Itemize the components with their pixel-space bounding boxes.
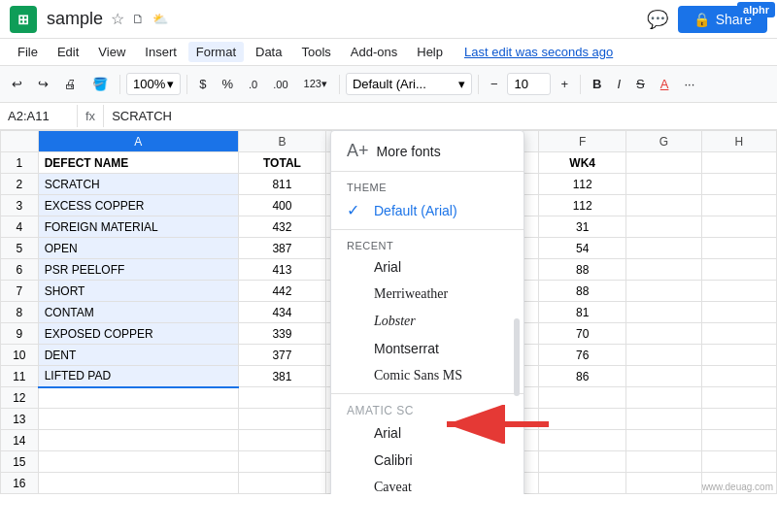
cell-f[interactable]: 76 bbox=[539, 345, 626, 366]
cell-b[interactable] bbox=[238, 451, 325, 473]
cell-a[interactable]: SCRATCH bbox=[38, 174, 238, 195]
undo-button[interactable]: ↩ bbox=[6, 73, 28, 95]
cell-f[interactable]: 112 bbox=[539, 195, 626, 216]
paint-button[interactable]: 🪣 bbox=[86, 73, 114, 95]
star-icon[interactable]: ☆ bbox=[111, 10, 124, 28]
font-item-montserrat[interactable]: Montserrat bbox=[331, 335, 524, 362]
cell-f[interactable]: 88 bbox=[539, 259, 626, 281]
cloud-icon[interactable]: ⛅ bbox=[152, 12, 168, 26]
chat-icon[interactable]: 💬 bbox=[647, 9, 668, 30]
bold-button[interactable]: B bbox=[587, 73, 607, 95]
cell-a[interactable] bbox=[38, 473, 238, 494]
cell-f[interactable] bbox=[539, 473, 626, 494]
cell-h[interactable] bbox=[701, 238, 776, 259]
col-header-a[interactable]: A bbox=[38, 131, 238, 152]
font-item-caveat[interactable]: Caveat bbox=[331, 474, 524, 494]
cell-h[interactable] bbox=[701, 302, 776, 323]
cell-g[interactable] bbox=[626, 281, 701, 302]
more-formats-button[interactable]: 123▾ bbox=[298, 74, 333, 94]
cell-f[interactable]: 86 bbox=[539, 366, 626, 387]
decimal2-button[interactable]: .00 bbox=[267, 75, 293, 94]
percent-button[interactable]: % bbox=[216, 73, 239, 95]
cell-b[interactable]: TOTAL bbox=[238, 152, 325, 174]
col-header-g[interactable]: G bbox=[626, 131, 701, 152]
cell-b[interactable]: 377 bbox=[238, 345, 325, 366]
menu-edit[interactable]: Edit bbox=[50, 42, 86, 62]
cell-g[interactable] bbox=[626, 302, 701, 323]
font-item-merriweather[interactable]: Merriweather bbox=[331, 281, 524, 308]
cell-b[interactable]: 400 bbox=[238, 195, 325, 216]
cell-g[interactable] bbox=[626, 174, 701, 195]
cell-a[interactable] bbox=[38, 430, 238, 451]
cell-g[interactable] bbox=[626, 451, 701, 473]
menu-addons[interactable]: Add-ons bbox=[343, 42, 405, 62]
cell-f[interactable] bbox=[539, 451, 626, 473]
cell-a[interactable]: LIFTED PAD bbox=[38, 366, 238, 387]
cell-a[interactable]: EXCESS COPPER bbox=[38, 195, 238, 216]
menu-format[interactable]: Format bbox=[188, 42, 244, 62]
font-item-comic[interactable]: Comic Sans MS bbox=[331, 362, 524, 389]
cell-g[interactable] bbox=[626, 259, 701, 281]
decimal1-button[interactable]: .0 bbox=[243, 75, 263, 94]
col-header-b[interactable]: B bbox=[238, 131, 325, 152]
redo-button[interactable]: ↪ bbox=[32, 73, 54, 95]
cell-h[interactable] bbox=[701, 323, 776, 345]
menu-tools[interactable]: Tools bbox=[293, 42, 338, 62]
cell-h[interactable] bbox=[701, 345, 776, 366]
col-header-f[interactable]: F bbox=[539, 131, 626, 152]
last-edit[interactable]: Last edit was seconds ago bbox=[464, 45, 613, 59]
cell-h[interactable] bbox=[701, 281, 776, 302]
cell-f[interactable]: 88 bbox=[539, 281, 626, 302]
cell-f[interactable]: 81 bbox=[539, 302, 626, 323]
currency-button[interactable]: $ bbox=[193, 73, 212, 95]
folder-icon[interactable]: 🗋 bbox=[132, 12, 145, 26]
more-fonts-item[interactable]: A+ More fonts bbox=[331, 135, 524, 167]
cell-b[interactable]: 339 bbox=[238, 323, 325, 345]
cell-g[interactable] bbox=[626, 216, 701, 238]
cell-b[interactable]: 381 bbox=[238, 366, 325, 387]
cell-a[interactable] bbox=[38, 409, 238, 430]
zoom-selector[interactable]: 100% ▾ bbox=[126, 73, 181, 95]
font-item-arial[interactable]: Arial bbox=[331, 253, 524, 281]
cell-a[interactable]: CONTAM bbox=[38, 302, 238, 323]
cell-b[interactable] bbox=[238, 409, 325, 430]
font-selector[interactable]: Default (Ari... ▾ bbox=[346, 73, 472, 95]
cell-h[interactable] bbox=[701, 152, 776, 174]
formula-content[interactable]: SCRATCH bbox=[104, 105, 777, 127]
cell-h[interactable] bbox=[701, 409, 776, 430]
cell-b[interactable]: 432 bbox=[238, 216, 325, 238]
col-header-h[interactable]: H bbox=[701, 131, 776, 152]
cell-h[interactable] bbox=[701, 259, 776, 281]
cell-h[interactable] bbox=[701, 216, 776, 238]
cell-a[interactable] bbox=[38, 451, 238, 473]
cell-h[interactable] bbox=[701, 195, 776, 216]
cell-b[interactable]: 387 bbox=[238, 238, 325, 259]
cell-h[interactable] bbox=[701, 387, 776, 409]
cell-h[interactable] bbox=[701, 366, 776, 387]
menu-view[interactable]: View bbox=[90, 42, 133, 62]
cell-h[interactable] bbox=[701, 430, 776, 451]
cell-g[interactable] bbox=[626, 473, 701, 494]
dropdown-scrollbar[interactable] bbox=[514, 318, 520, 396]
cell-b[interactable]: 442 bbox=[238, 281, 325, 302]
cell-g[interactable] bbox=[626, 387, 701, 409]
cell-f[interactable]: 31 bbox=[539, 216, 626, 238]
cell-g[interactable] bbox=[626, 366, 701, 387]
cell-a[interactable]: FOREIGN MATERIAL bbox=[38, 216, 238, 238]
underline-button[interactable]: A bbox=[655, 73, 675, 95]
cell-f[interactable]: 70 bbox=[539, 323, 626, 345]
cell-a[interactable] bbox=[38, 387, 238, 409]
cell-a[interactable]: SHORT bbox=[38, 281, 238, 302]
font-item-default[interactable]: ✓ Default (Arial) bbox=[331, 195, 524, 225]
font-item-calibri[interactable]: Calibri bbox=[331, 447, 524, 474]
menu-help[interactable]: Help bbox=[409, 42, 451, 62]
cell-f[interactable]: 54 bbox=[539, 238, 626, 259]
cell-f[interactable]: 112 bbox=[539, 174, 626, 195]
cell-a[interactable]: DENT bbox=[38, 345, 238, 366]
cell-h[interactable] bbox=[701, 174, 776, 195]
font-size-increase[interactable]: + bbox=[555, 73, 574, 95]
menu-file[interactable]: File bbox=[10, 42, 46, 62]
cell-b[interactable] bbox=[238, 430, 325, 451]
cell-f[interactable]: WK4 bbox=[539, 152, 626, 174]
cell-b[interactable]: 811 bbox=[238, 174, 325, 195]
